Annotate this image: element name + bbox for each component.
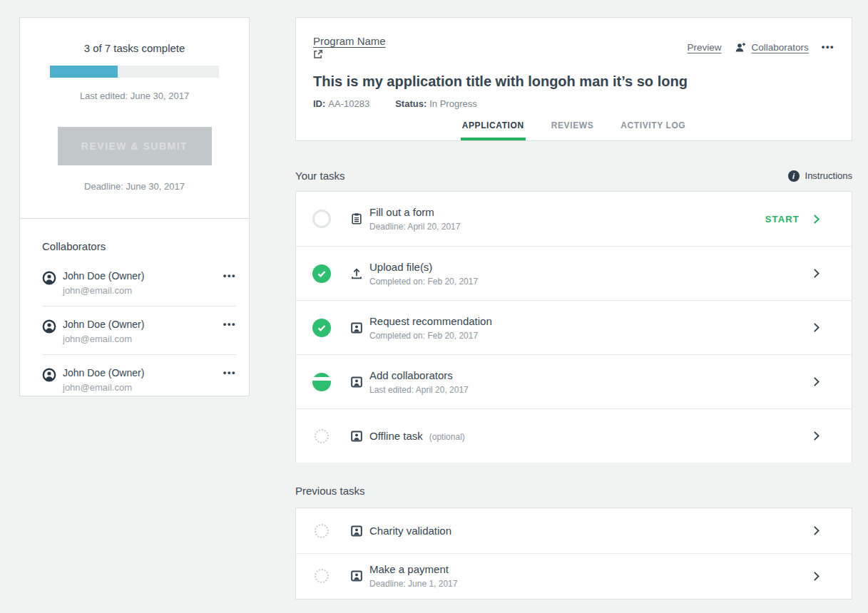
info-icon: i xyxy=(788,170,800,182)
task-title: Offline task xyxy=(369,430,423,442)
collaborator-email: john@email.com xyxy=(63,382,223,393)
collaborator-name: John Doe (Owner) xyxy=(63,319,144,330)
person-badge-icon xyxy=(350,321,363,334)
task-title: Upload file(s) xyxy=(369,261,432,273)
application-summary-panel: 3 of 7 tasks complete Last edited: June … xyxy=(19,17,250,396)
collaborators-heading: Collaborators xyxy=(42,240,236,252)
task-row-fill-out-a-form[interactable]: Fill out a form Deadline: April 20, 2017… xyxy=(296,192,852,246)
status-complete-icon xyxy=(312,319,331,337)
tab-bar: APPLICATION REVIEWS ACTIVITY LOG xyxy=(296,113,852,140)
collaborator-menu-icon[interactable]: ••• xyxy=(223,318,236,331)
task-subtitle: Completed on: Feb 20, 2017 xyxy=(369,331,492,341)
deadline-label: Deadline: June 30, 2017 xyxy=(50,181,219,192)
program-name-link[interactable]: Program Name xyxy=(313,35,386,47)
tab-reviews[interactable]: REVIEWS xyxy=(550,113,596,140)
task-subtitle: Completed on: Feb 20, 2017 xyxy=(369,277,478,287)
last-edited-label: Last edited: June 30, 2017 xyxy=(50,91,219,101)
application-status: Status:In Progress xyxy=(395,98,477,109)
active-tab-underline xyxy=(461,138,526,140)
status-pending-icon xyxy=(312,567,331,585)
person-badge-icon xyxy=(350,376,363,388)
progress-bar-fill xyxy=(50,66,118,78)
collaborator-item: John Doe (Owner) john@email.com ••• xyxy=(42,354,236,403)
task-row-request-recommendation[interactable]: Request recommendation Completed on: Feb… xyxy=(296,300,852,354)
chevron-right-icon xyxy=(811,376,822,387)
external-link-icon xyxy=(313,49,391,59)
status-pending-icon xyxy=(312,427,331,445)
task-title: Add collaborators xyxy=(369,369,453,381)
previous-tasks-list: Charity validation Make a payment Deadli… xyxy=(295,508,852,599)
collaborator-name: John Doe (Owner) xyxy=(63,367,144,378)
task-subtitle: Deadline: June 1, 2017 xyxy=(369,579,457,589)
collaborator-item: John Doe (Owner) john@email.com ••• xyxy=(42,306,236,354)
chevron-right-icon xyxy=(811,571,822,582)
preview-link[interactable]: Preview xyxy=(688,42,722,53)
task-row-make-a-payment[interactable]: Make a payment Deadline: June 1, 2017 xyxy=(296,553,852,598)
status-in-progress-icon xyxy=(312,373,331,391)
application-header-panel: Program Name Preview Collaborators ••• T… xyxy=(295,17,852,141)
previous-tasks-heading: Previous tasks xyxy=(295,485,365,497)
person-badge-icon xyxy=(350,525,363,537)
chevron-right-icon xyxy=(811,268,822,279)
instructions-button[interactable]: i Instructions xyxy=(788,170,852,182)
task-row-charity-validation[interactable]: Charity validation xyxy=(296,508,852,553)
avatar-icon xyxy=(42,271,56,285)
status-pending-icon xyxy=(312,522,331,540)
collaborators-icon xyxy=(735,42,747,53)
collaborator-menu-icon[interactable]: ••• xyxy=(223,269,236,282)
start-button[interactable]: START xyxy=(765,214,800,225)
status-complete-icon xyxy=(312,264,331,283)
avatar-icon xyxy=(42,368,56,382)
collaborator-item: John Doe (Owner) john@email.com ••• xyxy=(42,268,236,306)
application-title: This is my application title with longoh… xyxy=(296,59,852,90)
your-tasks-list: Fill out a form Deadline: April 20, 2017… xyxy=(295,191,852,463)
your-tasks-heading: Your tasks xyxy=(295,170,345,182)
form-icon xyxy=(350,212,363,225)
collaborator-email: john@email.com xyxy=(63,334,223,344)
task-row-offline-task[interactable]: Offline task (optional) xyxy=(296,408,852,463)
task-row-add-collaborators[interactable]: Add collaborators Last edited: April 20,… xyxy=(296,354,852,408)
task-row-upload-files[interactable]: Upload file(s) Completed on: Feb 20, 201… xyxy=(296,246,852,300)
avatar-icon xyxy=(42,319,56,334)
tab-application[interactable]: APPLICATION xyxy=(461,113,526,140)
task-title: Charity validation xyxy=(369,525,451,537)
status-todo-icon xyxy=(312,210,331,228)
progress-bar xyxy=(50,66,219,78)
chevron-right-icon xyxy=(811,214,822,225)
collaborators-link[interactable]: Collaborators xyxy=(752,42,809,53)
upload-icon xyxy=(350,267,363,280)
tasks-progress-label: 3 of 7 tasks complete xyxy=(50,42,219,54)
task-title: Fill out a form xyxy=(369,206,434,218)
collaborator-menu-icon[interactable]: ••• xyxy=(223,366,236,379)
application-id: ID:AA-10283 xyxy=(313,98,369,109)
task-title: Request recommendation xyxy=(369,315,492,327)
task-subtitle: Last edited: April 20, 2017 xyxy=(369,385,469,395)
person-badge-icon xyxy=(350,570,363,582)
collaborator-email: john@email.com xyxy=(63,285,223,296)
tab-activity-log[interactable]: ACTIVITY LOG xyxy=(619,113,687,140)
header-menu-icon[interactable]: ••• xyxy=(822,41,834,53)
optional-label: (optional) xyxy=(429,432,465,442)
task-title: Make a payment xyxy=(369,563,449,575)
review-submit-button[interactable]: REVIEW & SUBMIT xyxy=(58,127,212,165)
person-badge-icon xyxy=(350,430,363,443)
chevron-right-icon xyxy=(811,322,822,333)
collaborator-name: John Doe (Owner) xyxy=(63,270,144,282)
task-subtitle: Deadline: April 20, 2017 xyxy=(369,222,460,232)
chevron-right-icon xyxy=(811,525,822,536)
chevron-right-icon xyxy=(811,431,822,441)
